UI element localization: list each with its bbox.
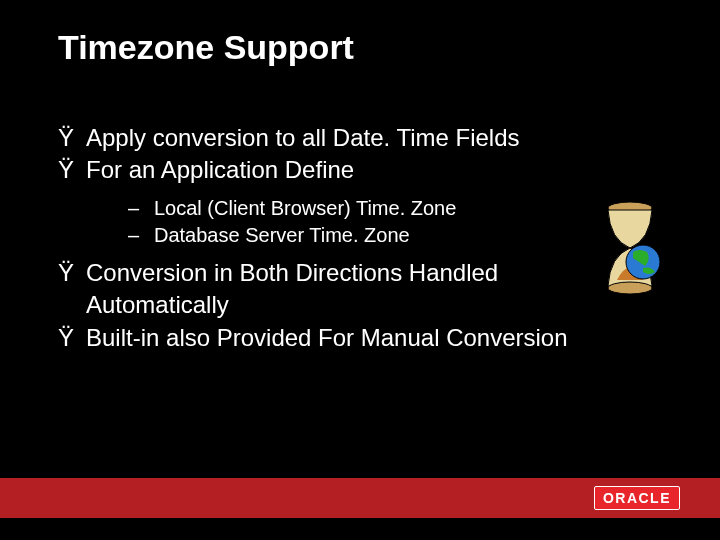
sub-bullet-group: – Local (Client Browser) Time. Zone – Da… [58,187,660,257]
oracle-logo-text: ORACLE [594,486,680,510]
bullet-mark: Ÿ [58,257,86,289]
bullet-item-continue: Automatically [58,289,660,321]
bullet-text: Conversion in Both Directions Handled [86,257,498,289]
bullet-mark: Ÿ [58,122,86,154]
sub-bullet-mark: – [128,222,154,249]
sub-bullet-mark: – [128,195,154,222]
bullet-mark: Ÿ [58,322,86,354]
bullet-item: Ÿ Apply conversion to all Date. Time Fie… [58,122,660,154]
sub-bullet-item: – Database Server Time. Zone [128,222,660,249]
bullet-text: For an Application Define [86,154,354,186]
bullet-item: Ÿ For an Application Define [58,154,660,186]
bullet-text: Automatically [86,289,229,321]
svg-point-1 [608,282,652,294]
slide: Timezone Support Ÿ Apply conversion to a… [0,0,720,540]
bullet-item: Ÿ Conversion in Both Directions Handled [58,257,660,289]
oracle-logo: ORACLE [594,484,680,512]
sub-bullet-text: Local (Client Browser) Time. Zone [154,195,456,222]
bullet-item: Ÿ Built-in also Provided For Manual Conv… [58,322,660,354]
sub-bullet-text: Database Server Time. Zone [154,222,410,249]
bullet-text: Apply conversion to all Date. Time Field… [86,122,520,154]
slide-title: Timezone Support [0,0,720,67]
sub-bullet-item: – Local (Client Browser) Time. Zone [128,195,660,222]
hourglass-globe-icon [595,200,665,295]
bullet-mark: Ÿ [58,154,86,186]
bullet-text: Built-in also Provided For Manual Conver… [86,322,568,354]
